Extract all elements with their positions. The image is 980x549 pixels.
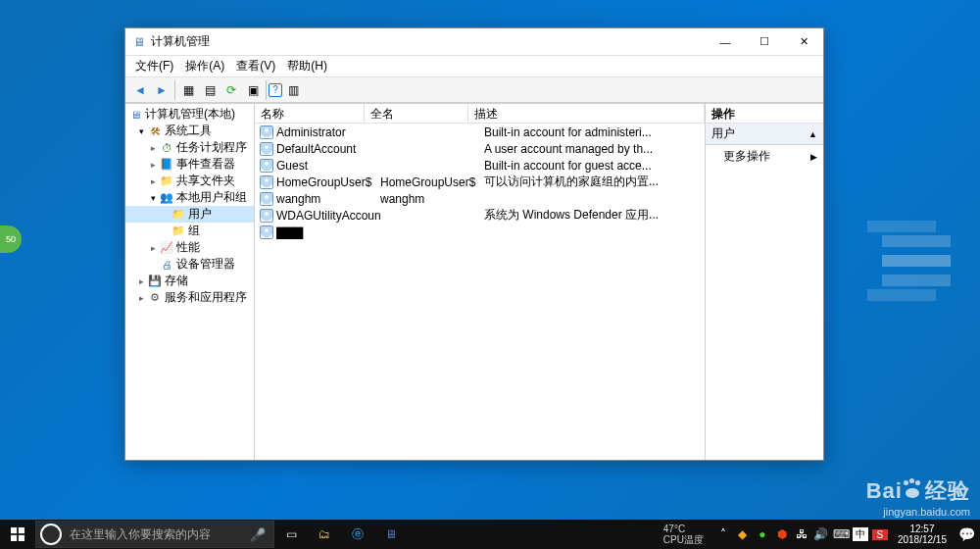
clock[interactable]: 12:57 2018/12/15 bbox=[892, 524, 953, 545]
collapse-icon: ▲ bbox=[808, 129, 817, 139]
taskview-button[interactable]: ▭ bbox=[274, 520, 308, 549]
device-icon: 🖨 bbox=[159, 257, 174, 273]
refresh-button[interactable]: ⟳ bbox=[220, 79, 242, 101]
watermark-brand2: 经验 bbox=[925, 478, 970, 503]
back-button[interactable]: ◄ bbox=[129, 79, 151, 101]
temp-value: 47°C bbox=[663, 524, 704, 534]
list-row[interactable]: HomeGroupUser$HomeGroupUser$可以访问计算机的家庭组的… bbox=[255, 174, 705, 190]
tree-label: 服务和应用程序 bbox=[165, 289, 247, 306]
list-header[interactable]: 名称 全名 描述 bbox=[255, 104, 705, 124]
toolbar-btn-3[interactable]: ▥ bbox=[282, 79, 304, 101]
tree-pane[interactable]: 🖥 计算机管理(本地) ▾🛠系统工具▸⏱任务计划程序▸📘事件查看器▸📁共享文件夹… bbox=[125, 104, 255, 460]
clock-time: 12:57 bbox=[898, 524, 947, 534]
folder-share-icon: 📁 bbox=[159, 174, 174, 189]
list-row[interactable]: wanghmwanghm bbox=[255, 190, 705, 207]
twisty-icon[interactable]: ▸ bbox=[147, 176, 159, 186]
tree-item[interactable]: 🖨设备管理器 bbox=[125, 256, 254, 273]
search-box[interactable]: 在这里输入你要搜索的内容 🎤 bbox=[35, 521, 274, 548]
col-desc[interactable]: 描述 bbox=[468, 104, 705, 123]
tree-label: 本地用户和组 bbox=[176, 189, 247, 206]
start-button[interactable] bbox=[0, 520, 35, 549]
temp-label: CPU温度 bbox=[663, 534, 704, 545]
tray-ime-icon[interactable]: 中 bbox=[853, 527, 868, 541]
minimize-button[interactable]: — bbox=[706, 28, 745, 56]
cell-name: DefaultAccount bbox=[276, 142, 380, 156]
toolbar-btn-1[interactable]: ▦ bbox=[177, 79, 199, 101]
action-header: 操作 bbox=[706, 104, 823, 124]
taskbar-app-1[interactable]: 🗂 bbox=[308, 520, 341, 549]
folder-icon: 📁 bbox=[171, 224, 186, 239]
menu-help[interactable]: 帮助(H) bbox=[281, 56, 333, 76]
tree-item[interactable]: ▸📈性能 bbox=[125, 239, 254, 256]
taskbar[interactable]: 在这里输入你要搜索的内容 🎤 ▭ 🗂 ⓔ 🖥 47°C CPU温度 ˄ ◆ ● … bbox=[0, 520, 980, 549]
col-name[interactable]: 名称 bbox=[255, 104, 365, 123]
chevron-right-icon: ▶ bbox=[810, 152, 817, 162]
taskbar-app-2[interactable]: 🖥 bbox=[374, 520, 408, 549]
toolbar-btn-2[interactable]: ▤ bbox=[199, 79, 220, 101]
menu-action[interactable]: 操作(A) bbox=[179, 56, 230, 76]
watermark-brand1: Bai bbox=[866, 478, 903, 503]
action-center-button[interactable]: 💬 bbox=[953, 526, 980, 542]
watermark-url: jingyan.baidu.com bbox=[866, 506, 970, 518]
tree-item[interactable]: 📁用户 bbox=[125, 206, 254, 223]
book-icon: 📘 bbox=[159, 157, 174, 173]
tray-network-icon[interactable]: 🖧 bbox=[794, 527, 809, 541]
twisty-icon[interactable]: ▸ bbox=[147, 160, 159, 170]
tree-root[interactable]: 🖥 计算机管理(本地) bbox=[125, 106, 254, 123]
svg-rect-1 bbox=[19, 527, 24, 533]
forward-button[interactable]: ► bbox=[151, 79, 172, 101]
tree-label: 性能 bbox=[176, 239, 200, 256]
menu-view[interactable]: 查看(V) bbox=[230, 56, 281, 76]
maximize-button[interactable]: ☐ bbox=[745, 28, 784, 56]
cell-name: ▇▇▇ bbox=[276, 225, 380, 239]
tree-item[interactable]: ▸📁共享文件夹 bbox=[125, 173, 254, 189]
menu-file[interactable]: 文件(F) bbox=[129, 56, 179, 76]
tray-up-icon[interactable]: ˄ bbox=[715, 527, 731, 541]
mic-icon[interactable]: 🎤 bbox=[250, 527, 266, 542]
twisty-icon[interactable]: ▾ bbox=[147, 193, 159, 203]
tree-label: 设备管理器 bbox=[176, 256, 235, 273]
twisty-icon[interactable]: ▸ bbox=[147, 143, 159, 153]
twisty-icon[interactable]: ▾ bbox=[135, 126, 147, 136]
tray-icon-2[interactable]: ● bbox=[755, 527, 770, 541]
close-button[interactable]: ✕ bbox=[784, 28, 823, 56]
twisty-icon[interactable]: ▸ bbox=[135, 293, 147, 303]
tree-label: 存储 bbox=[165, 273, 188, 289]
perf-icon: 📈 bbox=[159, 240, 174, 256]
tray-ime2-icon[interactable]: S bbox=[872, 529, 888, 540]
tree-item[interactable]: ▾🛠系统工具 bbox=[125, 123, 254, 139]
col-fullname[interactable]: 全名 bbox=[365, 104, 468, 123]
tree-item[interactable]: ▸📘事件查看器 bbox=[125, 156, 254, 173]
twisty-icon[interactable]: ▸ bbox=[135, 276, 147, 286]
help-button[interactable]: ? bbox=[269, 83, 282, 97]
paw-icon bbox=[903, 480, 922, 498]
tree-label: 事件查看器 bbox=[176, 156, 235, 173]
tree-item[interactable]: ▸⏱任务计划程序 bbox=[125, 139, 254, 156]
tray-keyboard-icon[interactable]: ⌨ bbox=[833, 527, 849, 541]
user-icon bbox=[259, 141, 274, 157]
user-icon bbox=[259, 191, 274, 207]
list-row[interactable]: AdministratorBuilt-in account for admini… bbox=[255, 124, 705, 140]
tray-volume-icon[interactable]: 🔊 bbox=[813, 527, 829, 541]
tree-item[interactable]: 📁组 bbox=[125, 223, 254, 239]
cell-name: Guest bbox=[276, 159, 380, 173]
system-tray[interactable]: ˄ ◆ ● ⬢ 🖧 🔊 ⌨ 中 S bbox=[711, 527, 892, 541]
tree-item[interactable]: ▾👥本地用户和组 bbox=[125, 189, 254, 206]
list-row[interactable]: DefaultAccountA user account managed by … bbox=[255, 140, 705, 157]
action-more[interactable]: 更多操作 ▶ bbox=[706, 145, 823, 168]
action-group[interactable]: 用户 ▲ bbox=[706, 124, 823, 145]
export-button[interactable]: ▣ bbox=[242, 79, 264, 101]
titlebar[interactable]: 🖥 计算机管理 — ☐ ✕ bbox=[125, 28, 823, 56]
tree-item[interactable]: ▸⚙服务和应用程序 bbox=[125, 289, 254, 306]
temp-widget[interactable]: 47°C CPU温度 bbox=[656, 524, 711, 545]
list-body[interactable]: AdministratorBuilt-in account for admini… bbox=[255, 124, 705, 460]
twisty-icon[interactable]: ▸ bbox=[147, 243, 159, 253]
taskbar-ie[interactable]: ⓔ bbox=[341, 520, 374, 549]
tray-icon-3[interactable]: ⬢ bbox=[774, 527, 790, 541]
list-row[interactable]: WDAGUtilityAccount系统为 Windows Defender 应… bbox=[255, 207, 705, 224]
list-row[interactable]: ▇▇▇ bbox=[255, 224, 705, 240]
tree-item[interactable]: ▸💾存储 bbox=[125, 273, 254, 289]
list-row[interactable]: GuestBuilt-in account for guest acce... bbox=[255, 157, 705, 174]
tray-icon-1[interactable]: ◆ bbox=[735, 527, 751, 541]
service-icon: ⚙ bbox=[147, 290, 163, 306]
